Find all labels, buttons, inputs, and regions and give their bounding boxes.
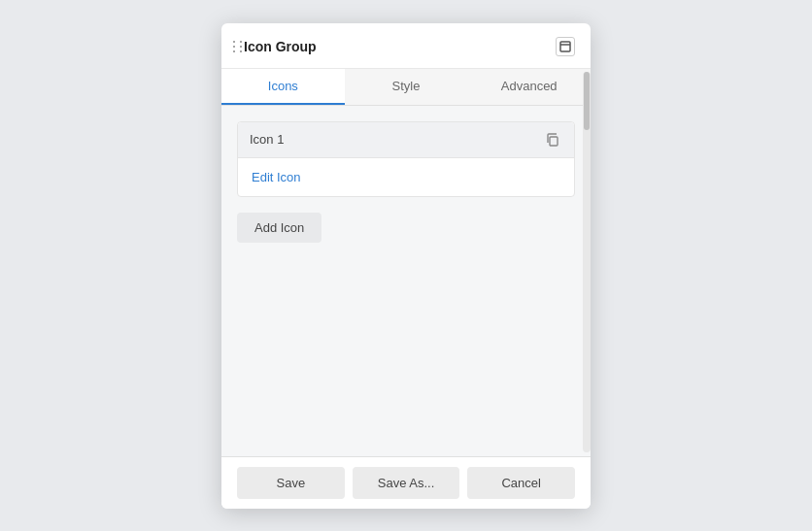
add-icon-button[interactable]: Add Icon: [237, 213, 321, 243]
dialog-body: Icon 1 Edit Icon Add Icon: [221, 106, 591, 456]
tab-advanced[interactable]: Advanced: [467, 69, 591, 105]
save-button[interactable]: Save: [237, 467, 345, 499]
icon-item-body: Edit Icon: [238, 158, 574, 196]
scrollbar-track[interactable]: [583, 72, 591, 452]
tab-icons[interactable]: Icons: [221, 69, 345, 105]
svg-rect-2: [550, 137, 558, 146]
dialog-footer: Save Save As... Cancel: [221, 456, 591, 509]
icon-item-label: Icon 1: [250, 132, 284, 147]
copy-icon-button[interactable]: [543, 130, 562, 149]
minimize-button[interactable]: [556, 37, 575, 56]
svg-rect-0: [560, 42, 570, 51]
dialog-title: Icon Group: [244, 39, 556, 54]
icon-item-card: Icon 1 Edit Icon: [237, 121, 575, 197]
drag-handle: [233, 41, 244, 52]
cancel-button[interactable]: Cancel: [467, 467, 575, 499]
scrollbar-thumb[interactable]: [584, 72, 590, 130]
icon-item-header: Icon 1: [238, 122, 574, 158]
dialog-header: Icon Group: [221, 23, 591, 69]
icon-group-dialog: Icon Group Icons Style Advanced Icon 1: [221, 23, 591, 509]
save-as-button[interactable]: Save As...: [353, 467, 460, 499]
edit-icon-link[interactable]: Edit Icon: [252, 170, 301, 184]
tab-style[interactable]: Style: [345, 69, 468, 105]
tabs-bar: Icons Style Advanced: [221, 69, 591, 106]
